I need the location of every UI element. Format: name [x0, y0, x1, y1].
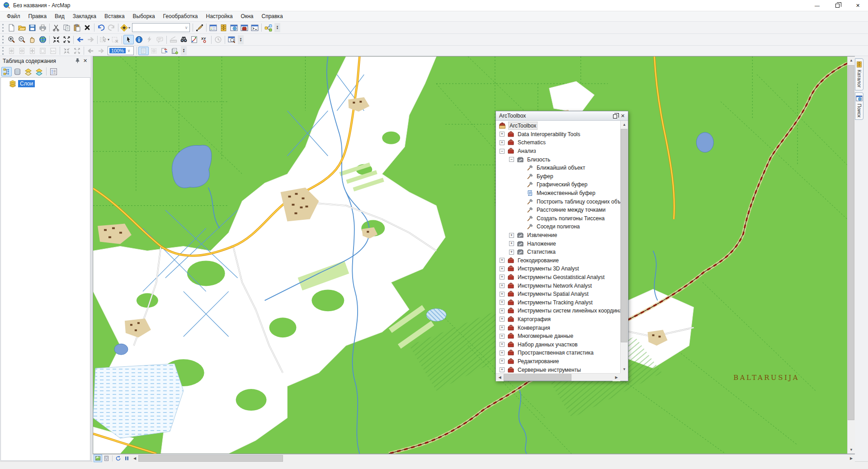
- fixed-zoom-in-button[interactable]: [51, 35, 61, 44]
- layout-view-button[interactable]: [102, 455, 111, 462]
- list-by-source-button[interactable]: [12, 67, 23, 76]
- arctoolbox-tree-item[interactable]: Расстояние между точками: [496, 206, 620, 214]
- catalog-window-button[interactable]: [218, 23, 229, 33]
- expand-plus-icon[interactable]: +: [500, 351, 505, 355]
- toolbar-grip[interactable]: [2, 47, 5, 55]
- arctoolbox-tree-item[interactable]: +Конвертация: [496, 323, 620, 332]
- arctoolbox-tree-item[interactable]: +Серверные инструменты: [496, 365, 620, 373]
- arctoolbox-tree-item[interactable]: +Инструменты 3D Analyst: [496, 265, 620, 273]
- layout-back-extent-button[interactable]: [85, 47, 96, 55]
- arctoolbox-tree-item[interactable]: Ближайший объект: [496, 164, 620, 172]
- arctoolbox-tree-item[interactable]: Создать полигоны Тиссена: [496, 214, 620, 223]
- arctoolbox-tree-item[interactable]: +Инструменты Geostatistical Analyst: [496, 273, 620, 282]
- dock-tab-search[interactable]: Поиск: [855, 92, 863, 120]
- toolbar-grip[interactable]: [2, 36, 5, 43]
- dock-tab-catalog[interactable]: Каталог: [855, 58, 863, 90]
- data-view-button[interactable]: [94, 455, 102, 462]
- arctoolbox-tree-item[interactable]: +Инструменты Tracking Analyst: [496, 298, 620, 307]
- toc-close-button[interactable]: ✕: [81, 57, 89, 65]
- expand-plus-icon[interactable]: +: [500, 325, 505, 330]
- open-button[interactable]: [17, 23, 27, 33]
- data-driven-pages-button[interactable]: [170, 47, 180, 55]
- cut-button[interactable]: [51, 23, 61, 33]
- map-vertical-scrollbar[interactable]: ▲ ▼: [847, 57, 855, 454]
- maximize-button[interactable]: [827, 0, 848, 11]
- arctoolbox-tree-item[interactable]: Графический буфер: [496, 180, 620, 189]
- scroll-down-arrow[interactable]: ▼: [848, 446, 855, 454]
- go-to-xy-button[interactable]: [199, 35, 210, 44]
- arctoolbox-tree-item[interactable]: ArcToolbox: [496, 122, 620, 130]
- save-button[interactable]: [27, 23, 38, 33]
- expand-plus-icon[interactable]: +: [500, 300, 505, 305]
- scroll-up-arrow[interactable]: ▲: [848, 57, 855, 64]
- layout-zoom-out-tool[interactable]: [17, 47, 27, 55]
- map-horizontal-scrollbar[interactable]: [138, 455, 848, 462]
- refresh-view-button[interactable]: [114, 455, 123, 462]
- arctoolbox-scroll-up[interactable]: ▲: [621, 121, 628, 128]
- toolbar-overflow-button[interactable]: ▾▾: [274, 23, 280, 32]
- layout-zoom-combobox[interactable]: 100%∨: [108, 46, 134, 55]
- undo-button[interactable]: [96, 23, 106, 33]
- arctoolbox-tree-item[interactable]: +Набор данных участков: [496, 340, 620, 349]
- editor-toolbar-button[interactable]: [194, 23, 205, 33]
- expand-plus-icon[interactable]: +: [500, 317, 505, 322]
- search-window-button[interactable]: [229, 23, 239, 33]
- menu-item-1[interactable]: Правка: [24, 12, 51, 21]
- arctoolbox-close-button[interactable]: ✕: [619, 112, 627, 120]
- layout-pan-tool[interactable]: [27, 47, 38, 55]
- viewer-window-button[interactable]: [226, 35, 237, 44]
- arctoolbox-tree-item[interactable]: +Извлечение: [496, 231, 620, 240]
- arctoolbox-title-bar[interactable]: ArcToolbox ✕: [496, 111, 628, 121]
- arctoolbox-tree-item[interactable]: +Наложение: [496, 239, 620, 248]
- layout-zoom-in-tool[interactable]: [6, 47, 17, 55]
- layout-fixed-zoom-out-button[interactable]: [72, 47, 82, 55]
- arctoolbox-tree-item[interactable]: +Редактирование: [496, 357, 620, 366]
- arctoolbox-scroll-right[interactable]: ▶: [613, 374, 620, 381]
- full-extent-button[interactable]: [38, 35, 48, 44]
- arctoolbox-tree-item[interactable]: −Близость: [496, 155, 620, 164]
- arctoolbox-hscroll-thumb[interactable]: [504, 374, 571, 381]
- toc-pin-button[interactable]: [74, 57, 81, 65]
- expand-plus-icon[interactable]: +: [509, 233, 514, 238]
- arctoolbox-scroll-left[interactable]: ◀: [496, 374, 504, 381]
- zoom-100-button[interactable]: [48, 47, 58, 55]
- menu-item-8[interactable]: Окна: [237, 12, 258, 21]
- arctoolbox-horizontal-scrollbar[interactable]: ◀ ▶: [496, 373, 620, 381]
- zoom-in-tool[interactable]: [6, 35, 17, 44]
- paste-button[interactable]: [72, 23, 82, 33]
- expand-plus-icon[interactable]: +: [500, 334, 505, 339]
- fixed-zoom-out-button[interactable]: [61, 35, 72, 44]
- arctoolbox-tree-item[interactable]: +Пространственная статистика: [496, 349, 620, 357]
- arctoolbox-tree-item[interactable]: Построить таблицу соседних объе: [496, 197, 620, 206]
- measure-tool[interactable]: [168, 35, 179, 44]
- menu-item-3[interactable]: Закладка: [69, 12, 100, 21]
- close-button[interactable]: ✕: [848, 0, 868, 11]
- list-by-selection-button[interactable]: [34, 67, 44, 76]
- expand-plus-icon[interactable]: +: [500, 359, 505, 364]
- select-elements-tool[interactable]: [123, 35, 134, 44]
- delete-button[interactable]: [82, 23, 93, 33]
- arctoolbox-maximize-button[interactable]: [611, 112, 619, 120]
- menu-item-7[interactable]: Настройка: [202, 12, 237, 21]
- arctoolbox-tree-item[interactable]: +Инструменты систем линейных координа: [496, 307, 620, 315]
- expand-plus-icon[interactable]: +: [500, 275, 505, 280]
- toolbar-overflow-button[interactable]: ▾▾: [238, 35, 244, 44]
- collapse-minus-icon[interactable]: −: [500, 149, 505, 154]
- toolbar-overflow-button[interactable]: ▾▾: [181, 46, 187, 55]
- expand-plus-icon[interactable]: +: [500, 266, 505, 271]
- clear-selection-button[interactable]: [110, 35, 120, 44]
- scroll-right-arrow[interactable]: ▶: [848, 455, 855, 462]
- arctoolbox-tree-item[interactable]: +Многомерные данные: [496, 332, 620, 341]
- expand-plus-icon[interactable]: +: [500, 308, 505, 313]
- vertical-scroll-thumb[interactable]: [848, 65, 854, 420]
- new-document-button[interactable]: [6, 23, 17, 33]
- python-window-button[interactable]: [250, 23, 260, 33]
- expand-plus-icon[interactable]: +: [500, 342, 505, 347]
- menu-item-5[interactable]: Выборка: [129, 12, 159, 21]
- expand-plus-icon[interactable]: +: [500, 283, 505, 288]
- list-by-drawing-order-button[interactable]: [1, 67, 12, 76]
- map-canvas[interactable]: BALTARUSIJA: [93, 57, 847, 454]
- go-back-extent-button[interactable]: [75, 35, 85, 44]
- menu-item-4[interactable]: Вставка: [100, 12, 129, 21]
- menu-item-2[interactable]: Вид: [51, 12, 69, 21]
